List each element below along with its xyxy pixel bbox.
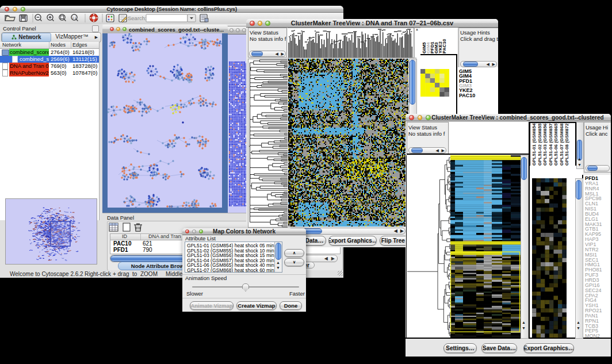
svg-text:GPL51-06 (GSM865): GPL51-06 (GSM865): [553, 123, 559, 166]
svg-text:GPL51-02 (GSM855): GPL51-02 (GSM855): [537, 123, 542, 166]
svg-text:PAC10: PAC10: [442, 39, 447, 53]
svg-text:GPL51-03 (GSM856): GPL51-03 (GSM856): [542, 123, 548, 166]
svg-text:Search:: Search:: [128, 15, 147, 21]
svg-text:1:1: 1:1: [72, 16, 76, 20]
svg-text:GPL51-07 (GSM868): GPL51-07 (GSM868): [559, 123, 564, 166]
svg-text:GPL51-01 (GSM854): GPL51-01 (GSM854): [531, 123, 537, 166]
svg-text:GPL51-08 (GSM872): GPL51-08 (GSM872): [564, 123, 569, 166]
svg-text:GPL51-04 (GSM857): GPL51-04 (GSM857): [548, 123, 553, 166]
